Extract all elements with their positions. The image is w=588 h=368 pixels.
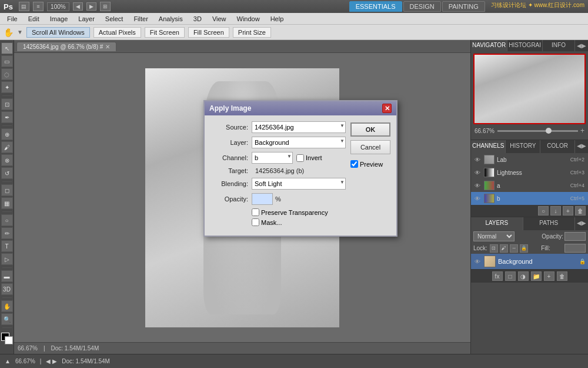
- layer-select[interactable]: Background: [252, 137, 346, 148]
- menu-help[interactable]: Help: [266, 14, 289, 24]
- layers-btn-adj[interactable]: ◑: [518, 271, 529, 281]
- eye-lightness[interactable]: 👁: [473, 168, 482, 177]
- tool-eyedropper[interactable]: ✒: [1, 111, 13, 123]
- menu-analysis[interactable]: Analysis: [154, 14, 188, 24]
- menu-3d[interactable]: 3D: [189, 14, 206, 24]
- layers-btn-fx[interactable]: fx: [492, 271, 503, 281]
- layers-btn-mask[interactable]: □: [505, 271, 516, 281]
- source-select[interactable]: 14256364.jpg: [252, 121, 346, 133]
- tool-eraser[interactable]: ◻: [1, 184, 13, 196]
- tab-design[interactable]: DESIGN: [403, 1, 441, 12]
- dialog-titlebar[interactable]: Apply Image ✕: [205, 101, 396, 115]
- layers-collapse-btn[interactable]: ◀▶: [575, 217, 588, 230]
- ch-btn-add[interactable]: +: [563, 206, 573, 216]
- menu-layer[interactable]: Layer: [74, 14, 99, 24]
- tab-channels[interactable]: CHANNELS: [471, 140, 506, 153]
- tab-essentials[interactable]: ESSENTIALS: [349, 1, 402, 12]
- channel-row-b[interactable]: 👁 b Ctrl+5: [471, 192, 588, 205]
- menu-filter[interactable]: Filter: [129, 14, 152, 24]
- tool-spot-heal[interactable]: ⊕: [1, 128, 13, 140]
- tab-painting[interactable]: PAINTING: [442, 1, 485, 12]
- fg-bg-colors[interactable]: [1, 333, 13, 344]
- menu-window[interactable]: Window: [232, 14, 265, 24]
- tab-color[interactable]: COLOR: [540, 140, 575, 153]
- tool-history-brush[interactable]: ↺: [1, 167, 13, 179]
- opt-print-size[interactable]: Print Size: [233, 27, 271, 38]
- canvas-tab[interactable]: 14256364.jpg @ 66.7% (b/8) # ✕: [16, 42, 116, 51]
- blending-select[interactable]: Soft Light: [252, 178, 346, 190]
- channel-row-lab[interactable]: 👁 Lab Ctrl+2: [471, 153, 588, 166]
- channel-select[interactable]: b: [252, 152, 293, 164]
- channels-collapse-btn[interactable]: ◀▶: [575, 140, 588, 153]
- tab-info[interactable]: INFO: [543, 40, 575, 51]
- tool-path-select[interactable]: ▷: [1, 253, 13, 265]
- tool-dodge[interactable]: ○: [1, 214, 13, 226]
- zoom-slider[interactable]: [497, 130, 578, 132]
- ch-btn-down[interactable]: ↓: [550, 206, 561, 216]
- opacity-input[interactable]: 70: [252, 193, 273, 205]
- dialog-close-button[interactable]: ✕: [382, 104, 392, 113]
- preview-checkbox[interactable]: [350, 160, 358, 168]
- layers-btn-new[interactable]: +: [544, 271, 554, 281]
- ch-btn-delete[interactable]: 🗑: [575, 206, 586, 216]
- tab-paths[interactable]: PATHS: [523, 217, 576, 230]
- opt-fill-screen[interactable]: Fill Screen: [188, 27, 229, 38]
- tab-histogram[interactable]: HISTOGRAI: [507, 40, 543, 51]
- eye-lab[interactable]: 👁: [473, 155, 482, 164]
- layers-btn-group[interactable]: 📁: [531, 271, 542, 281]
- lock-move[interactable]: ↔: [510, 244, 518, 253]
- nav-btn-back[interactable]: ◀: [73, 2, 83, 11]
- tool-crop[interactable]: ⊡: [1, 98, 13, 110]
- tool-3d[interactable]: 3D: [1, 283, 13, 295]
- mask-checkbox[interactable]: [252, 218, 259, 226]
- lock-image[interactable]: 🖌: [500, 244, 508, 253]
- layer-row-background[interactable]: 👁 Background 🔒: [471, 254, 588, 269]
- layers-opacity-input[interactable]: 100%: [564, 232, 586, 241]
- tab-history[interactable]: HISTORY: [506, 140, 540, 153]
- opt-actual-pixels[interactable]: Actual Pixels: [93, 27, 141, 38]
- nav-zoom-plus[interactable]: +: [580, 127, 584, 135]
- layers-btn-delete[interactable]: 🗑: [557, 271, 567, 281]
- tool-type[interactable]: T: [1, 240, 13, 252]
- channel-row-a[interactable]: 👁 a Ctrl+4: [471, 179, 588, 192]
- ok-button[interactable]: OK: [350, 122, 390, 137]
- tool-pen[interactable]: ✏: [1, 227, 13, 239]
- app-icon-3[interactable]: ⊞: [100, 2, 111, 11]
- nav-btn-fwd[interactable]: ▶: [86, 2, 96, 11]
- opt-fit-screen[interactable]: Fit Screen: [145, 27, 185, 38]
- layer-eye[interactable]: 👁: [473, 257, 482, 266]
- ch-btn-circle[interactable]: ○: [538, 206, 549, 216]
- invert-checkbox[interactable]: [296, 154, 304, 162]
- menu-edit[interactable]: Edit: [24, 14, 44, 24]
- tool-zoom[interactable]: 🔍: [1, 313, 13, 325]
- zoom-thumb[interactable]: [546, 128, 552, 134]
- eye-a[interactable]: 👁: [473, 181, 482, 190]
- menu-file[interactable]: File: [2, 14, 22, 24]
- bg-color[interactable]: [5, 336, 13, 344]
- eye-b[interactable]: 👁: [473, 194, 482, 203]
- tool-hand[interactable]: ✋: [1, 300, 13, 312]
- cancel-button[interactable]: Cancel: [350, 140, 390, 154]
- app-icon-1[interactable]: ▤: [19, 2, 29, 11]
- layers-blend-select[interactable]: Normal: [473, 231, 514, 241]
- menu-image[interactable]: Image: [45, 14, 73, 24]
- tab-navigator[interactable]: NAVIGATOR: [471, 40, 507, 51]
- tool-clone[interactable]: ⊗: [1, 154, 13, 166]
- canvas-tab-close[interactable]: ✕: [105, 44, 110, 50]
- tool-gradient[interactable]: ▦: [1, 197, 13, 209]
- tool-lasso[interactable]: ◌: [1, 68, 13, 80]
- panel-collapse-btn[interactable]: ◀▶: [575, 40, 588, 51]
- tool-shape[interactable]: ▬: [1, 270, 13, 282]
- tool-select-rect[interactable]: ▭: [1, 55, 13, 67]
- preserve-checkbox[interactable]: [252, 208, 259, 216]
- tool-move[interactable]: ↖: [1, 42, 13, 54]
- fill-input[interactable]: 100%: [564, 244, 586, 253]
- lock-all[interactable]: 🔒: [520, 244, 528, 253]
- tool-magic-wand[interactable]: ✦: [1, 81, 13, 93]
- tab-layers[interactable]: LAYERS: [471, 217, 523, 230]
- channel-row-lightness[interactable]: 👁 Lightness Ctrl+3: [471, 166, 588, 179]
- zoom-display[interactable]: 100%: [47, 2, 69, 11]
- menu-select[interactable]: Select: [101, 14, 128, 24]
- app-icon-2[interactable]: ≡: [33, 2, 44, 11]
- menu-view[interactable]: View: [208, 14, 231, 24]
